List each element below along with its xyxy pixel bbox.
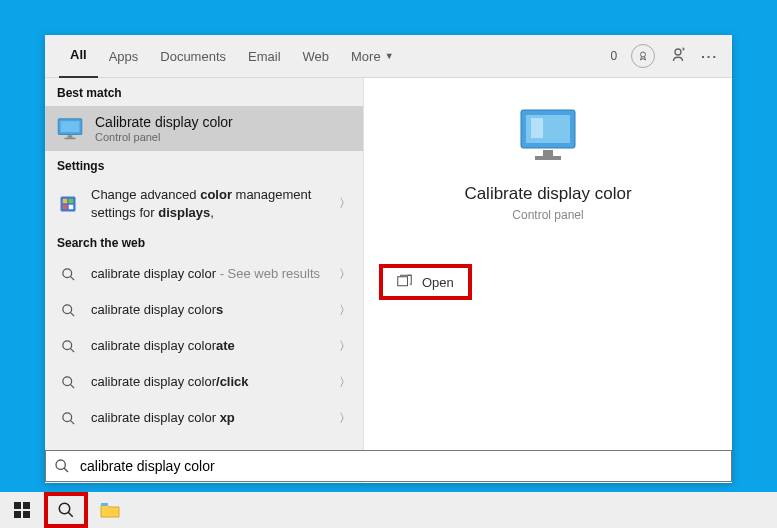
svg-rect-10 [69, 204, 74, 209]
svg-point-27 [56, 460, 65, 469]
search-icon [54, 458, 70, 474]
svg-line-16 [70, 348, 74, 352]
tab-apps[interactable]: Apps [98, 35, 150, 77]
svg-rect-35 [101, 503, 108, 506]
svg-rect-8 [69, 198, 74, 203]
svg-rect-32 [23, 511, 30, 518]
best-match-result[interactable]: Calibrate display color Control panel [45, 106, 363, 151]
best-match-subtitle: Control panel [95, 131, 233, 143]
chevron-right-icon: 〉 [339, 302, 351, 319]
svg-point-19 [62, 412, 71, 421]
windows-icon [14, 502, 30, 518]
web-result-label: calibrate display colorate [91, 337, 327, 355]
web-result-label: calibrate display colors [91, 301, 327, 319]
web-result-3[interactable]: calibrate display color/click 〉 [45, 364, 363, 400]
chevron-right-icon: 〉 [339, 410, 351, 427]
svg-line-20 [70, 420, 74, 424]
svg-line-34 [68, 512, 73, 517]
rewards-count: 0 [610, 49, 617, 63]
svg-point-0 [641, 52, 646, 57]
svg-line-28 [64, 468, 68, 472]
svg-point-11 [62, 268, 71, 277]
chevron-right-icon: 〉 [339, 195, 351, 212]
web-result-0[interactable]: calibrate display color - See web result… [45, 256, 363, 292]
svg-point-17 [62, 376, 71, 385]
tab-documents[interactable]: Documents [149, 35, 237, 77]
svg-rect-23 [531, 118, 543, 138]
rewards-icon[interactable] [631, 44, 655, 68]
svg-point-33 [59, 503, 70, 514]
svg-rect-31 [14, 511, 21, 518]
svg-rect-5 [65, 137, 76, 139]
filter-tabs: All Apps Documents Email Web More▼ 0 ··· [45, 35, 732, 78]
preview-pane: Calibrate display color Control panel Op… [363, 78, 732, 483]
search-icon [57, 335, 79, 357]
tab-email[interactable]: Email [237, 35, 292, 77]
open-button[interactable]: Open [379, 264, 472, 300]
svg-rect-24 [543, 150, 553, 156]
monitor-icon [513, 106, 583, 166]
web-result-label: calibrate display color xp [91, 409, 327, 427]
open-label: Open [422, 275, 454, 290]
svg-point-13 [62, 304, 71, 313]
search-input[interactable] [78, 457, 723, 475]
tab-all[interactable]: All [59, 34, 98, 79]
svg-line-12 [70, 276, 74, 280]
start-button[interactable] [0, 492, 44, 528]
tab-web[interactable]: Web [292, 35, 341, 77]
svg-line-14 [70, 312, 74, 316]
chevron-right-icon: 〉 [339, 374, 351, 391]
svg-rect-3 [61, 121, 80, 132]
svg-point-1 [675, 49, 681, 55]
taskbar-separator [44, 496, 45, 524]
search-icon [57, 299, 79, 321]
svg-point-15 [62, 340, 71, 349]
svg-rect-29 [14, 502, 21, 509]
web-result-4[interactable]: calibrate display color xp 〉 [45, 400, 363, 436]
svg-rect-25 [535, 156, 561, 160]
web-result-1[interactable]: calibrate display colors 〉 [45, 292, 363, 328]
tab-more[interactable]: More▼ [340, 35, 405, 77]
search-icon [57, 501, 75, 519]
section-best-match: Best match [45, 78, 363, 106]
section-settings: Settings [45, 151, 363, 179]
more-options-icon[interactable]: ··· [701, 49, 718, 64]
open-icon [397, 274, 412, 290]
chevron-right-icon: 〉 [339, 266, 351, 283]
svg-rect-30 [23, 502, 30, 509]
search-window: All Apps Documents Email Web More▼ 0 ···… [45, 35, 732, 482]
preview-subtitle: Control panel [512, 208, 583, 222]
monitor-icon [57, 118, 83, 140]
svg-rect-7 [63, 198, 68, 203]
web-result-label: calibrate display color/click [91, 373, 327, 391]
web-result-2[interactable]: calibrate display colorate 〉 [45, 328, 363, 364]
settings-result[interactable]: Change advanced color management setting… [45, 179, 363, 228]
web-result-label: calibrate display color - See web result… [91, 265, 327, 283]
svg-rect-26 [398, 277, 408, 286]
settings-result-label: Change advanced color management setting… [91, 186, 327, 221]
search-bar[interactable] [45, 450, 732, 482]
preview-title: Calibrate display color [464, 184, 631, 204]
svg-rect-9 [63, 204, 68, 209]
results-list: Best match Calibrate display color Contr… [45, 78, 363, 483]
search-icon [57, 371, 79, 393]
search-icon [57, 407, 79, 429]
feedback-icon[interactable] [669, 46, 687, 67]
color-management-icon [57, 193, 79, 215]
folder-icon [100, 502, 120, 518]
chevron-right-icon: 〉 [339, 338, 351, 355]
svg-line-18 [70, 384, 74, 388]
svg-rect-4 [68, 135, 73, 137]
taskbar-search-button[interactable] [44, 492, 88, 528]
best-match-title: Calibrate display color [95, 114, 233, 130]
search-icon [57, 263, 79, 285]
file-explorer-button[interactable] [88, 492, 132, 528]
taskbar [0, 492, 777, 528]
section-search-web: Search the web [45, 228, 363, 256]
